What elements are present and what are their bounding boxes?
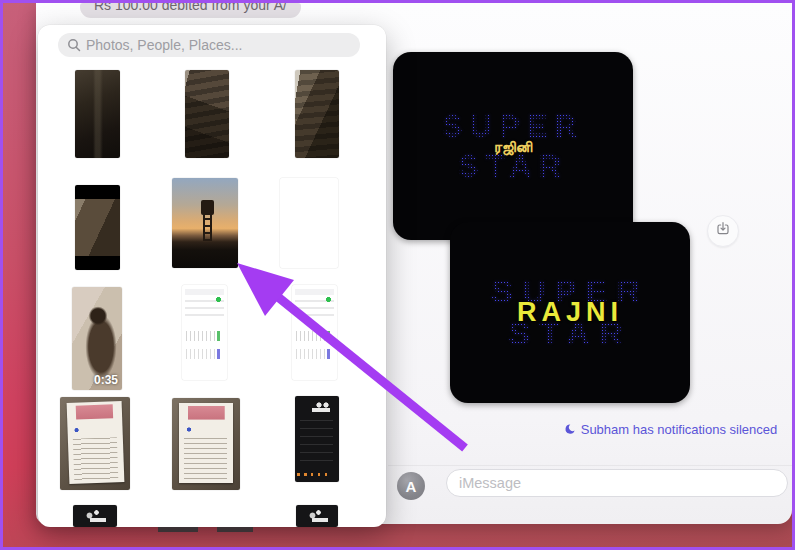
attachment-text-rajini-tamil: ரஜினி <box>494 139 532 154</box>
thumbnail-dark-partial-right[interactable] <box>296 505 338 527</box>
thumbnail-stairs-letterbox[interactable] <box>75 185 120 270</box>
thumbnail-dark-chat[interactable] <box>295 396 339 482</box>
attachment-superstar-rajni-2[interactable]: SUPER RAJNI STAR <box>450 222 690 403</box>
thumbnail-stairs-dark[interactable] <box>75 70 120 158</box>
attachment-text-rajni: RAJNI <box>517 299 623 326</box>
thumbnail-stamp-paper[interactable] <box>60 397 130 490</box>
thumbnail-dark-partial[interactable] <box>73 505 117 527</box>
download-icon <box>715 221 731 241</box>
attachment-text-super: SUPER <box>442 111 584 142</box>
imessage-input[interactable] <box>446 469 788 497</box>
background-window-fragment <box>217 527 253 532</box>
thumbnail-watertower-sunset[interactable] <box>172 178 238 268</box>
thumbnail-settings-chart-green[interactable] <box>182 285 227 380</box>
thumbnail-stairs-arch[interactable] <box>185 70 229 158</box>
attachment-text-star: STAR <box>458 151 568 182</box>
thumbnail-settings-chart-blue[interactable] <box>292 285 337 380</box>
download-attachment-button[interactable] <box>707 215 739 247</box>
thumbnail-stairs-wide[interactable] <box>280 178 338 268</box>
app-store-glyph: A <box>406 478 417 495</box>
background-window-fragment <box>158 527 198 532</box>
thumbnail-video-person[interactable]: 0:35 <box>72 287 122 390</box>
video-duration-badge: 0:35 <box>94 373 118 387</box>
photo-grid: 0:35 <box>38 25 386 527</box>
message-bubble-debit: Rs 100.00 debited from your A/ <box>80 3 301 18</box>
status-text: Subham has notifications silenced <box>581 422 778 437</box>
thumbnail-stairs-side[interactable] <box>295 70 339 158</box>
photos-picker-panel: 0:35 <box>38 25 386 527</box>
message-bubble-text: Rs 100.00 debited from your A/ <box>94 3 287 13</box>
composer-divider <box>388 465 792 466</box>
moon-icon <box>563 423 576 436</box>
attachment-superstar-rajini-1[interactable]: SUPER ரஜினி STAR <box>393 52 633 240</box>
thumbnail-stamp-paper-2[interactable] <box>172 398 240 490</box>
screenshot-root: Rs 100.00 debited from your A/ SUPER ரஜி… <box>0 0 795 550</box>
app-store-icon[interactable]: A <box>397 472 425 500</box>
notifications-silenced-status: Subham has notifications silenced <box>545 422 795 437</box>
